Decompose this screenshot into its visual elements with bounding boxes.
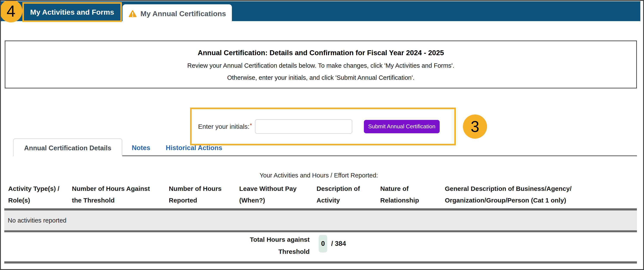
activities-table-header: Activity Type(s) / Role(s) Number of Hou… <box>4 183 637 206</box>
table-divider-bottom <box>4 261 637 263</box>
tab-my-activities-and-forms-label: My Activities and Forms <box>30 8 114 16</box>
initials-entry-panel: Enter your initials:* Submit Annual Cert… <box>190 108 456 145</box>
tab-notes[interactable]: Notes <box>129 139 153 156</box>
certification-instruction-line-1: Review your Annual Certification details… <box>187 62 454 69</box>
callout-badge-3: 3 <box>463 114 487 139</box>
table-divider-top <box>4 208 637 210</box>
column-header-activity-type: Activity Type(s) / Role(s) <box>8 183 72 206</box>
column-header-nature-of-relationship: Nature of Relationship <box>380 183 445 206</box>
warning-triangle-icon <box>128 10 137 18</box>
column-header-general-description: General Description of Business/Agency/ … <box>445 183 637 206</box>
total-hours-row: Total Hours against Threshold 0 / 384 <box>4 232 637 260</box>
total-hours-label: Total Hours against Threshold <box>215 233 310 258</box>
initials-input[interactable] <box>255 119 352 134</box>
certification-title: Annual Certification: Details and Confir… <box>198 49 444 57</box>
column-header-hours-against-threshold: Number of Hours Against the Threshold <box>72 183 169 206</box>
total-hours-threshold: / 384 <box>331 238 346 250</box>
tab-annual-certification-details[interactable]: Annual Certification Details <box>13 139 122 156</box>
callout-badge-4: 4 <box>0 0 22 23</box>
required-asterisk: * <box>250 122 252 128</box>
column-header-description-of-activity: Description of Activity <box>316 183 380 206</box>
total-hours-value: 0 <box>319 235 327 252</box>
tab-my-annual-certifications-label: My Annual Certifications <box>140 10 226 18</box>
initials-label: Enter your initials:* <box>198 123 252 130</box>
column-header-hours-reported: Number of Hours Reported <box>169 183 239 206</box>
tab-my-annual-certifications[interactable]: My Annual Certifications <box>122 4 232 23</box>
certification-instruction-box: Annual Certification: Details and Confir… <box>5 41 637 88</box>
column-header-leave-without-pay: Leave Without Pay (When?) <box>239 183 316 206</box>
certification-instruction-line-2: Otherwise, enter your initials, and clic… <box>227 74 414 81</box>
empty-message: No activities reported <box>8 217 66 224</box>
app-window: My Activities and Forms 4 My Annual Cert… <box>0 0 644 270</box>
tab-my-activities-and-forms[interactable]: My Activities and Forms <box>22 2 122 22</box>
report-heading: Your Activities and Hours / Effort Repor… <box>1 172 637 179</box>
table-row-empty: No activities reported <box>4 210 637 230</box>
table-divider-middle <box>4 230 637 232</box>
submit-annual-certification-button[interactable]: Submit Annual Certification <box>364 120 440 133</box>
